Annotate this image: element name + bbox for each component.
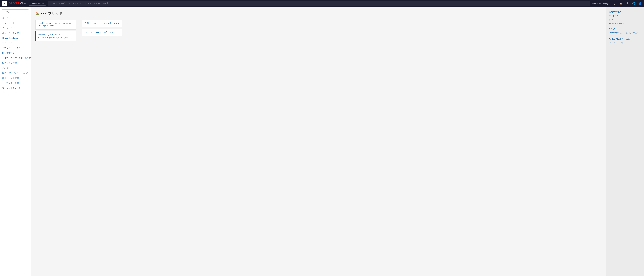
global-search-bar[interactable]: リソース、サービス、ドキュメントおよびマーケットプレイスの検索 [48, 1, 590, 6]
sections-grid: Oracle Exadata Database Service on Cloud… [35, 20, 601, 43]
sidebar-item-monitoring[interactable]: 監視および管理 [0, 60, 30, 65]
sidebar-item-database[interactable]: データベース [0, 40, 30, 45]
sidebar: 🔍 ホームコンピュートストレージネットワーキングOracle Databaseデ… [0, 7, 31, 276]
exadata-card-title: Oracle Exadata Database Service on Cloud… [38, 22, 74, 27]
help-link[interactable]: VMwareソリューションのドキュメント [609, 32, 641, 37]
language-icon[interactable]: 🌐 [632, 2, 636, 6]
topbar-right: Japan East (Tokyo) ⌄ ⬡ 🔔 ? 🌐 👤 [592, 2, 642, 6]
content-area: 🏠 ハイブリッド Oracle Exadata Database Service… [31, 7, 606, 276]
topbar: ✕ ORACLE Cloud Cloud Classic › リソース、サービス… [0, 0, 644, 7]
exadata-card[interactable]: Oracle Exadata Database Service on Cloud… [35, 20, 76, 30]
sidebar-item-billing[interactable]: 請求とコスト管理 [0, 76, 30, 81]
related-service-link[interactable]: 移行 [609, 19, 641, 21]
sidebar-search-wrap: 🔍 [0, 9, 30, 16]
vmware-card-desc: ソフトウェア定義のデータ・センター [38, 37, 74, 39]
sidebar-search-input[interactable] [2, 9, 29, 14]
right-panel: 関連サービス データ転送移行外部データベース ヘルプ VMwareソリューション… [606, 7, 644, 276]
oracle-compute-title: Oracle Compute Cloud@Customer [84, 31, 119, 34]
dedicated-region-card[interactable]: 専用リージョン・クラウド@カスタマ [82, 20, 122, 28]
oracle-logo: ORACLE Cloud [9, 2, 27, 5]
sidebar-nav: ホームコンピュートストレージネットワーキングOracle Databaseデータ… [0, 16, 30, 91]
sidebar-item-marketplace[interactable]: マーケットプレイス [0, 86, 30, 91]
help-link[interactable]: Roving Edge Infrastructure [609, 38, 641, 40]
vmware-card[interactable]: VMwareソリューション ソフトウェア定義のデータ・センター [35, 31, 76, 41]
sidebar-item-networking[interactable]: ネットワーキング [0, 31, 30, 36]
related-services-title: 関連サービス [609, 11, 641, 13]
help-links-list: VMwareソリューションのドキュメントRoving Edge Infrastr… [609, 32, 641, 44]
sidebar-item-dev-services[interactable]: 開発者サービス [0, 50, 30, 55]
oracle-text: ORACLE [9, 2, 20, 5]
page-title: ハイブリッド [41, 11, 63, 16]
help-title: ヘルプ [609, 28, 641, 30]
region-selector[interactable]: Japan East (Tokyo) ⌄ [592, 3, 610, 5]
cloud-text: Cloud [20, 2, 27, 5]
notification-icon[interactable]: 🔔 [619, 2, 623, 6]
hybrid-icon: 🏠 [35, 12, 39, 15]
sidebar-item-oracle-db[interactable]: Oracle Database [0, 36, 30, 40]
sidebar-item-migration-dr[interactable]: 移行とディザスタ・リカバリ [0, 71, 30, 76]
section-col1: Oracle Exadata Database Service on Cloud… [35, 20, 76, 43]
related-service-link[interactable]: 外部データベース [609, 22, 641, 25]
page-title-bar: 🏠 ハイブリッド [35, 11, 601, 16]
sidebar-item-hybrid[interactable]: ハイブリッド [0, 66, 30, 71]
sidebar-item-storage[interactable]: ストレージ [0, 26, 30, 31]
main-content: 🏠 ハイブリッド Oracle Exadata Database Service… [31, 7, 644, 276]
sidebar-item-home[interactable]: ホーム [0, 16, 30, 21]
help-link[interactable]: OCIドキュメント [609, 41, 641, 44]
cloud-classic-button[interactable]: Cloud Classic › [29, 2, 46, 6]
related-links-list: データ転送移行外部データベース [609, 15, 641, 25]
sidebar-item-governance[interactable]: ガバナンスと管理 [0, 81, 30, 86]
layout: 🔍 ホームコンピュートストレージネットワーキングOracle Databaseデ… [0, 7, 644, 276]
sidebar-item-identity-security[interactable]: アイデンティティとセキュリティ [0, 55, 30, 60]
cloud-shell-icon[interactable]: ⬡ [612, 2, 616, 6]
oracle-compute-card[interactable]: Oracle Compute Cloud@Customer [82, 29, 122, 36]
related-service-link[interactable]: データ転送 [609, 15, 641, 17]
sidebar-search-container: 🔍 [2, 9, 29, 14]
sidebar-item-compute[interactable]: コンピュート [0, 21, 30, 26]
help-icon[interactable]: ? [625, 2, 630, 6]
close-button[interactable]: ✕ [2, 1, 7, 6]
user-avatar-icon[interactable]: 👤 [638, 2, 642, 6]
vmware-card-title: VMwareソリューション [38, 33, 74, 36]
sidebar-item-analytics-ai[interactable]: アナリティクスとAI [0, 45, 30, 50]
section-col2: 専用リージョン・クラウド@カスタマ Oracle Compute Cloud@C… [82, 20, 122, 43]
dedicated-region-title: 専用リージョン・クラウド@カスタマ [84, 22, 119, 25]
